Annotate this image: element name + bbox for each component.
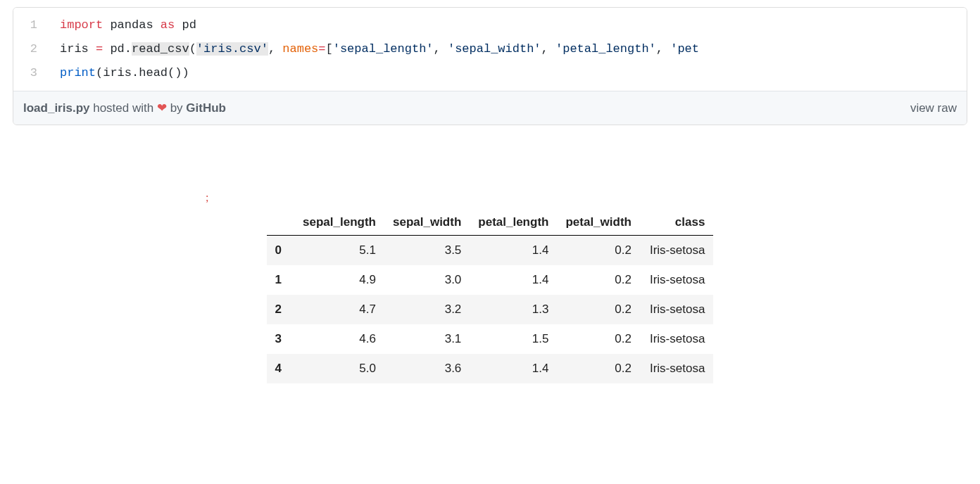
keyword-import: import: [60, 18, 103, 32]
line-content: import pandas as pd: [53, 13, 196, 37]
gist-footer: load_iris.py hosted with ❤ by GitHub vie…: [13, 91, 967, 125]
cell-sepal-width: 3.6: [384, 354, 470, 383]
string-col4-cut: 'pet: [670, 42, 699, 56]
line-number: 1: [13, 13, 53, 37]
cell-sepal-length: 5.0: [294, 354, 384, 383]
string-file: 'iris.csv': [196, 42, 268, 56]
header-petal-width: petal_width: [557, 210, 640, 236]
cell-class: Iris-setosa: [640, 354, 713, 383]
comma: ,: [434, 42, 448, 56]
cell-petal-width: 0.2: [557, 295, 640, 324]
code-line-3: 3 print(iris.head()): [13, 61, 967, 91]
cell-sepal-width: 3.2: [384, 295, 470, 324]
github-link[interactable]: GitHub: [186, 101, 226, 115]
hosted-with-text: hosted with: [89, 101, 156, 115]
cell-petal-width: 0.2: [557, 324, 640, 354]
cell-sepal-length: 4.9: [294, 265, 384, 295]
row-index: 1: [267, 265, 294, 295]
table-row: 3 4.6 3.1 1.5 0.2 Iris-setosa: [267, 324, 714, 354]
dot: .: [125, 42, 132, 56]
cell-class: Iris-setosa: [640, 265, 713, 295]
line-number: 2: [13, 37, 53, 61]
kwarg-names: names: [282, 42, 318, 56]
header-petal-length: petal_length: [470, 210, 557, 236]
paren-close: ()): [168, 66, 189, 79]
cell-sepal-length: 5.1: [294, 236, 384, 266]
code-line-2: 2 iris = pd.read_csv('iris.csv', names=[…: [13, 37, 967, 61]
gist-filename-link[interactable]: load_iris.py: [23, 101, 89, 115]
cell-sepal-length: 4.6: [294, 324, 384, 354]
table-row: 1 4.9 3.0 1.4 0.2 Iris-setosa: [267, 265, 714, 295]
table-row: 4 5.0 3.6 1.4 0.2 Iris-setosa: [267, 354, 714, 383]
fn-print: print: [60, 66, 96, 79]
cell-class: Iris-setosa: [640, 236, 713, 266]
string-col3: 'petal_length': [555, 42, 656, 56]
line-content: iris = pd.read_csv('iris.csv', names=['s…: [53, 37, 699, 61]
module-pandas: pandas: [103, 18, 161, 32]
cell-petal-length: 1.4: [470, 265, 557, 295]
comma: ,: [268, 42, 282, 56]
cell-sepal-length: 4.7: [294, 295, 384, 324]
cell-sepal-width: 3.1: [384, 324, 470, 354]
cell-class: Iris-setosa: [640, 324, 713, 354]
output-table-section: ; sepal_length sepal_width petal_length …: [13, 210, 967, 383]
stray-semicolon: ;: [206, 191, 208, 204]
header-class: class: [640, 210, 713, 236]
cell-petal-width: 0.2: [557, 265, 640, 295]
cell-petal-length: 1.4: [470, 236, 557, 266]
table-row: 2 4.7 3.2 1.3 0.2 Iris-setosa: [267, 295, 714, 324]
fn-head: head: [139, 66, 168, 79]
alias-pd: pd: [175, 18, 196, 32]
header-index: [267, 210, 294, 236]
table-body: 0 5.1 3.5 1.4 0.2 Iris-setosa 1 4.9 3.0 …: [267, 236, 714, 384]
comma: ,: [541, 42, 555, 56]
cell-petal-width: 0.2: [557, 354, 640, 383]
fn-read-csv: read_csv: [132, 42, 189, 56]
pd-ref: pd: [103, 42, 125, 56]
gist-embed: 1 import pandas as pd 2 iris = pd.read_c…: [13, 7, 967, 125]
row-index: 3: [267, 324, 294, 354]
cell-petal-length: 1.4: [470, 354, 557, 383]
header-sepal-length: sepal_length: [294, 210, 384, 236]
heart-icon: ❤: [157, 101, 167, 115]
cell-sepal-width: 3.0: [384, 265, 470, 295]
table-row: 0 5.1 3.5 1.4 0.2 Iris-setosa: [267, 236, 714, 266]
operator-eq: =: [318, 42, 325, 56]
dataframe-table: sepal_length sepal_width petal_length pe…: [267, 210, 714, 383]
row-index: 0: [267, 236, 294, 266]
line-content: print(iris.head()): [53, 61, 189, 85]
header-sepal-width: sepal_width: [384, 210, 470, 236]
line-number: 3: [13, 61, 53, 85]
paren-open: (: [189, 42, 196, 56]
comma: ,: [656, 42, 670, 56]
view-raw-link[interactable]: view raw: [910, 101, 957, 115]
paren-open: (iris: [96, 66, 132, 79]
cell-petal-length: 1.3: [470, 295, 557, 324]
cell-petal-length: 1.5: [470, 324, 557, 354]
cell-sepal-width: 3.5: [384, 236, 470, 266]
code-block: 1 import pandas as pd 2 iris = pd.read_c…: [13, 8, 967, 91]
gist-footer-left: load_iris.py hosted with ❤ by GitHub: [23, 101, 226, 115]
code-line-1: 1 import pandas as pd: [13, 8, 967, 37]
operator-eq: =: [96, 42, 103, 56]
var-iris: iris: [60, 42, 96, 56]
table-header-row: sepal_length sepal_width petal_length pe…: [267, 210, 714, 236]
table-header: sepal_length sepal_width petal_length pe…: [267, 210, 714, 236]
dot: .: [132, 66, 139, 79]
bracket-open: [: [326, 42, 333, 56]
cell-class: Iris-setosa: [640, 295, 713, 324]
gist-footer-right: view raw: [910, 101, 957, 115]
row-index: 4: [267, 354, 294, 383]
keyword-as: as: [161, 18, 175, 32]
string-col1: 'sepal_length': [333, 42, 434, 56]
cell-petal-width: 0.2: [557, 236, 640, 266]
string-col2: 'sepal_width': [448, 42, 541, 56]
by-text: by: [167, 101, 186, 115]
row-index: 2: [267, 295, 294, 324]
